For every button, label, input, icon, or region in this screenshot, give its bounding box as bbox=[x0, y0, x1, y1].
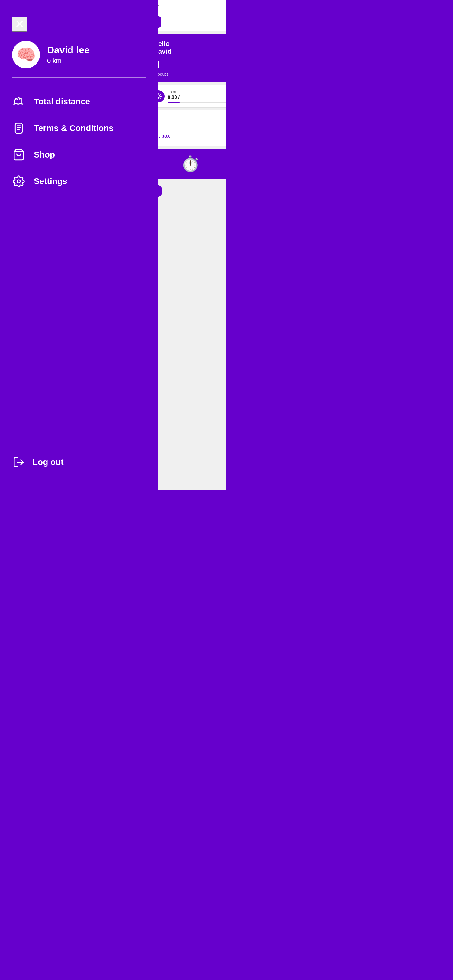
logout-button[interactable]: Log out bbox=[12, 456, 146, 472]
nav-item-terms[interactable]: Terms & Conditions bbox=[12, 115, 146, 142]
nav-item-total-distance[interactable]: Total distance bbox=[12, 88, 146, 115]
user-info: David lee 0 km bbox=[47, 45, 90, 65]
user-profile-row: 🧠 David lee 0 km bbox=[12, 41, 146, 68]
nav-label-settings: Settings bbox=[34, 177, 67, 186]
total-progress-bar bbox=[167, 102, 226, 103]
hello-title: HelloDavid bbox=[153, 40, 226, 56]
nav-label-total-distance: Total distance bbox=[34, 97, 90, 107]
avatar: 🧠 bbox=[12, 41, 40, 68]
total-info: Total 0.00 / bbox=[167, 90, 226, 103]
nav-item-settings[interactable]: Settings bbox=[12, 168, 146, 195]
shoe-icon bbox=[12, 95, 26, 108]
lot-box-label: Lot box bbox=[153, 134, 226, 139]
user-distance: 0 km bbox=[47, 57, 90, 65]
basket-icon bbox=[12, 148, 26, 161]
logout-label: Log out bbox=[33, 457, 64, 467]
total-card: Total 0.00 / bbox=[148, 85, 226, 108]
gear-icon bbox=[12, 175, 26, 188]
nav-item-shop[interactable]: Shop bbox=[12, 142, 146, 168]
product-label: Product bbox=[153, 72, 226, 76]
close-button[interactable] bbox=[12, 17, 27, 32]
nav-label-terms: Terms & Conditions bbox=[34, 123, 113, 133]
logout-icon bbox=[12, 456, 26, 469]
sidebar: 🧠 David lee 0 km Total distance bbox=[0, 0, 158, 490]
hello-card: HelloDavid 0 Product bbox=[148, 34, 226, 82]
svg-rect-0 bbox=[15, 123, 22, 133]
total-progress-fill bbox=[167, 102, 180, 103]
activity-icon: ⏱️ bbox=[181, 155, 199, 173]
svg-point-2 bbox=[17, 180, 20, 183]
total-label: Total bbox=[167, 90, 226, 94]
nav-label-shop: Shop bbox=[34, 150, 55, 160]
document-icon bbox=[12, 122, 26, 135]
total-value: 0.00 / bbox=[167, 95, 226, 100]
lot-box-card[interactable]: Lot box bbox=[148, 110, 226, 146]
avatar-image: 🧠 bbox=[16, 46, 36, 64]
product-count: 0 bbox=[153, 58, 226, 71]
nav-menu: Total distance Terms & Conditions Sho bbox=[12, 88, 146, 195]
user-name: David lee bbox=[47, 45, 90, 56]
divider bbox=[12, 77, 146, 78]
activity-card: ⏱️ bbox=[148, 149, 226, 179]
